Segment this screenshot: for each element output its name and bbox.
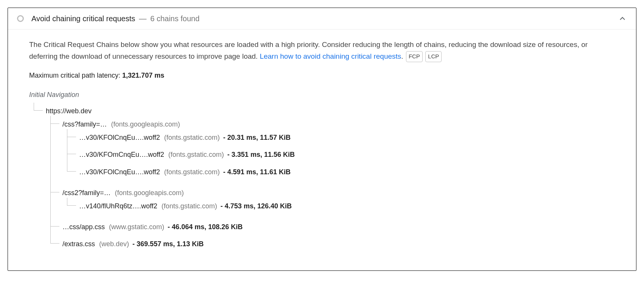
node-path: …css/app.css — [62, 223, 105, 231]
audit-panel: Avoid chaining critical requests — 6 cha… — [8, 8, 636, 271]
audit-header[interactable]: Avoid chaining critical requests — 6 cha… — [8, 8, 636, 30]
node-host: (web.dev) — [99, 240, 129, 248]
tree-node: …v30/KFOlCnqEu….woff2 (fonts.gstatic.com… — [62, 164, 615, 181]
tree-node: /css?family=… (fonts.googleapis.com) …v3… — [46, 116, 615, 184]
node-path: /extras.css — [62, 240, 95, 248]
node-host: (fonts.gstatic.com) — [164, 134, 220, 141]
description-text-post: . — [401, 52, 403, 60]
max-latency-value: 1,321.707 ms — [122, 72, 164, 79]
status-circle-icon — [17, 15, 24, 22]
metric-badge-fcp: FCP — [406, 51, 423, 62]
request-chain-tree: Initial Navigation https://web.dev /css?… — [29, 90, 615, 257]
node-path: https://web.dev — [46, 107, 92, 115]
tree-node: …v30/KFOlCnqEu….woff2 (fonts.gstatic.com… — [62, 129, 615, 146]
audit-title: Avoid chaining critical requests — [31, 14, 135, 23]
node-host: (fonts.gstatic.com) — [162, 202, 217, 210]
tree-node: /css2?family=… (fonts.googleapis.com) …v… — [46, 184, 615, 219]
node-path: …v30/KFOmCnqEu….woff2 — [79, 151, 164, 158]
node-stats: - 20.31 ms, 11.57 KiB — [223, 134, 291, 141]
metric-badge-lcp: LCP — [425, 51, 442, 62]
node-host: (fonts.googleapis.com) — [111, 120, 180, 128]
chevron-up-icon[interactable] — [618, 14, 627, 23]
tree-node-root: https://web.dev /css?family=… (fonts.goo… — [29, 103, 615, 257]
audit-body: The Critical Request Chains below show y… — [8, 30, 636, 270]
node-host: (fonts.gstatic.com) — [164, 168, 220, 176]
audit-description: The Critical Request Chains below show y… — [29, 39, 615, 62]
tree-node: …v140/flUhRq6tz….woff2 (fonts.gstatic.co… — [62, 198, 615, 215]
node-host: (fonts.gstatic.com) — [168, 151, 224, 158]
max-latency: Maximum critical path latency: 1,321.707… — [29, 72, 615, 80]
node-path: …v30/KFOlCnqEu….woff2 — [79, 134, 160, 141]
tree-node: /extras.css (web.dev) - 369.557 ms, 1.13… — [46, 236, 615, 253]
audit-subtitle: 6 chains found — [150, 14, 199, 23]
learn-more-link[interactable]: Learn how to avoid chaining critical req… — [260, 52, 401, 60]
node-stats: - 4.591 ms, 11.61 KiB — [223, 168, 291, 176]
audit-separator: — — [139, 14, 146, 23]
node-path: …v30/KFOlCnqEu….woff2 — [79, 168, 160, 176]
tree-node: …css/app.css (www.gstatic.com) - 46.064 … — [46, 219, 615, 236]
node-stats: - 4.753 ms, 126.40 KiB — [221, 202, 292, 210]
node-stats: - 3.351 ms, 11.56 KiB — [227, 151, 295, 158]
node-host: (www.gstatic.com) — [109, 223, 164, 231]
tree-node: …v30/KFOmCnqEu….woff2 (fonts.gstatic.com… — [62, 146, 615, 163]
node-host: (fonts.googleapis.com) — [115, 189, 184, 197]
node-path: /css2?family=… — [62, 189, 111, 197]
node-path: …v140/flUhRq6tz….woff2 — [79, 202, 157, 210]
max-latency-label: Maximum critical path latency: — [29, 72, 122, 79]
node-path: /css?family=… — [62, 120, 107, 128]
node-stats: - 369.557 ms, 1.13 KiB — [132, 240, 204, 248]
tree-root-label: Initial Navigation — [29, 90, 615, 100]
node-stats: - 46.064 ms, 108.26 KiB — [168, 223, 243, 231]
